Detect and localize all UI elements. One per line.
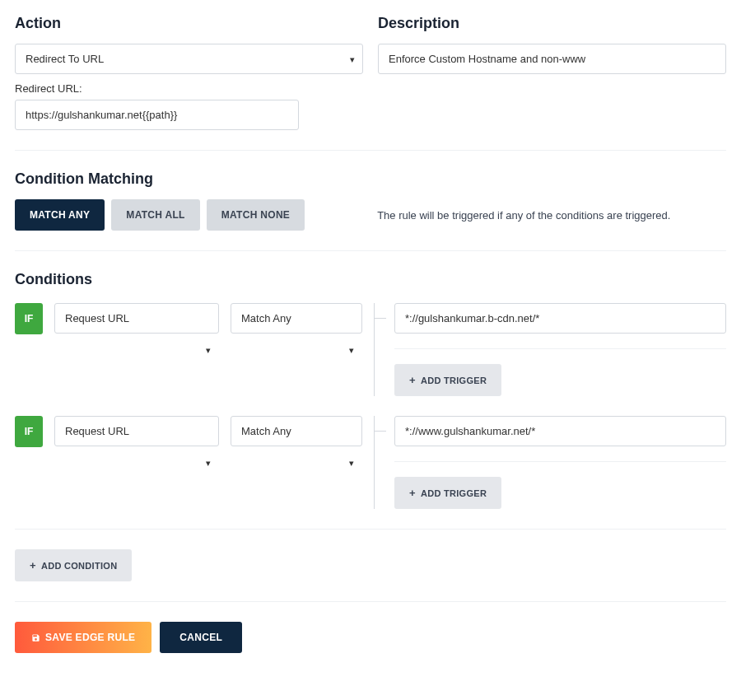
redirect-url-group: Redirect URL: [15,82,299,130]
divider [15,250,726,251]
action-column: Action Redirect To URL Redirect URL: [15,15,363,130]
condition-triggers: + ADD TRIGGER [374,416,726,509]
trigger-input-wrapper [394,303,726,334]
add-condition-button[interactable]: + ADD CONDITION [15,549,132,581]
trigger-divider [394,348,726,349]
add-trigger-button[interactable]: + ADD TRIGGER [394,364,501,396]
add-trigger-label: ADD TRIGGER [421,488,487,498]
action-title: Action [15,15,363,32]
save-icon [31,633,40,642]
match-any-button[interactable]: MATCH ANY [15,199,105,231]
condition-field-select[interactable]: Request URL [54,416,219,446]
description-input[interactable] [378,44,726,74]
match-hint-wrapper: The rule will be triggered if any of the… [362,208,670,222]
condition-matching-title: Condition Matching [15,170,726,188]
action-select-wrapper: Redirect To URL [15,44,363,74]
add-trigger-label: ADD TRIGGER [421,376,487,385]
condition-block: IF Request URL Match Any + ADD TRIGGER [15,416,726,509]
description-column: Description [378,15,726,130]
redirect-url-label: Redirect URL: [15,82,299,95]
add-trigger-button[interactable]: + ADD TRIGGER [394,477,501,509]
conditions-title: Conditions [15,271,726,288]
plus-icon: + [409,374,416,386]
match-all-button[interactable]: MATCH ALL [111,199,199,231]
condition-group: IF Request URL Match Any + ADD TRIGGER [15,303,726,396]
divider [15,601,726,602]
trigger-input[interactable] [394,416,726,446]
trigger-input-wrapper [394,416,726,446]
condition-match-select[interactable]: Match Any [231,303,362,334]
trigger-divider [394,461,726,462]
conditions-wrapper: IF Request URL Match Any + ADD TRIGGER [15,303,726,509]
condition-group: IF Request URL Match Any + ADD TRIGGER [15,416,726,509]
plus-icon: + [409,487,416,499]
condition-field-wrapper: Request URL [54,303,219,396]
if-badge: IF [15,416,43,447]
plus-icon: + [30,559,36,572]
description-title: Description [378,15,726,32]
divider [15,529,726,530]
add-condition-label: ADD CONDITION [41,561,118,571]
save-edge-rule-button[interactable]: SAVE EDGE RULE [15,622,151,653]
action-select[interactable]: Redirect To URL [15,44,363,74]
condition-triggers: + ADD TRIGGER [374,303,726,396]
condition-field-select[interactable]: Request URL [54,303,219,334]
trigger-input[interactable] [394,303,726,334]
condition-match-select[interactable]: Match Any [231,416,362,446]
condition-match-wrapper: Match Any [231,416,362,509]
if-badge: IF [15,303,43,334]
redirect-url-input[interactable] [15,100,299,130]
match-none-button[interactable]: MATCH NONE [207,199,305,231]
condition-field-wrapper: Request URL [54,416,219,509]
condition-matching-row: MATCH ANY MATCH ALL MATCH NONE The rule … [15,199,726,231]
divider [15,150,726,151]
cancel-button[interactable]: CANCEL [160,622,242,653]
condition-match-wrapper: Match Any [231,303,362,396]
save-label: SAVE EDGE RULE [45,632,135,643]
match-hint: The rule will be triggered if any of the… [377,209,670,222]
condition-block: IF Request URL Match Any + ADD TRIGGER [15,303,726,396]
match-button-group: MATCH ANY MATCH ALL MATCH NONE [15,199,305,231]
actions-row: SAVE EDGE RULE CANCEL [15,622,726,653]
